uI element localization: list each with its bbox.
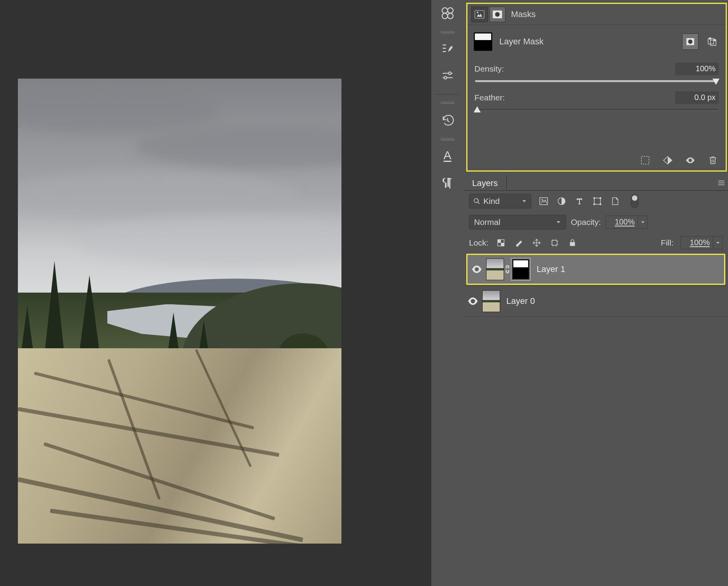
filter-kind-dropdown[interactable]: Kind — [469, 194, 531, 209]
opacity-label: Opacity: — [571, 218, 601, 227]
svg-rect-16 — [641, 156, 649, 164]
svg-point-30 — [476, 268, 478, 270]
invert-mask-icon[interactable] — [662, 154, 674, 166]
mask-link-icon[interactable] — [504, 258, 511, 280]
lock-label: Lock: — [469, 238, 488, 247]
svg-point-2 — [442, 13, 447, 19]
layer-mask-thumbnail[interactable] — [511, 258, 530, 281]
svg-rect-28 — [552, 240, 557, 246]
layer-name[interactable]: Layer 1 — [537, 264, 565, 274]
svg-point-1 — [448, 8, 453, 13]
document-image[interactable] — [18, 79, 341, 544]
svg-point-0 — [442, 8, 447, 13]
brush-settings-icon[interactable] — [437, 37, 458, 59]
filter-shape-icon[interactable] — [592, 196, 603, 207]
canvas-area[interactable] — [0, 0, 431, 586]
svg-rect-20 — [594, 198, 600, 204]
delete-mask-icon[interactable] — [707, 154, 719, 166]
layer-name[interactable]: Layer 0 — [506, 296, 535, 306]
svg-rect-15 — [714, 39, 716, 41]
svg-point-7 — [477, 12, 478, 13]
mask-visibility-icon[interactable] — [684, 154, 696, 166]
panel-grip[interactable] — [441, 138, 455, 140]
fill-field[interactable]: 100% — [681, 236, 723, 249]
svg-point-9 — [495, 12, 500, 17]
lock-transparency-icon[interactable] — [495, 237, 506, 248]
density-value[interactable]: 100% — [675, 63, 719, 75]
add-vector-mask-button[interactable] — [704, 33, 720, 50]
layers-panel: Layers Kind Normal Opacity: 10 — [464, 175, 728, 586]
feather-value[interactable]: 0.0 px — [675, 91, 719, 104]
layer-row-0[interactable]: Layer 0 — [464, 286, 728, 317]
opacity-field[interactable]: 100% — [606, 216, 648, 229]
masks-panel-footer — [467, 150, 726, 170]
paragraph-panel-icon[interactable] — [437, 172, 458, 193]
properties-masks-panel: Masks Layer Mask Density: 100% — [466, 3, 727, 172]
layer-mask-thumbnail[interactable] — [474, 32, 492, 51]
feather-slider[interactable] — [475, 106, 718, 114]
vector-mask-mode-button[interactable] — [489, 7, 506, 22]
svg-rect-6 — [475, 11, 484, 18]
layers-tab[interactable]: Layers — [464, 175, 507, 190]
lock-position-icon[interactable] — [531, 237, 542, 248]
svg-point-4 — [448, 72, 451, 75]
svg-rect-27 — [501, 243, 504, 246]
svg-point-18 — [541, 199, 542, 200]
filter-type-icon[interactable] — [574, 196, 585, 207]
filter-adjustment-icon[interactable] — [556, 196, 567, 207]
layer-thumbnail[interactable] — [486, 258, 504, 280]
blend-mode-dropdown[interactable]: Normal — [469, 215, 566, 230]
svg-point-3 — [448, 13, 453, 19]
filter-pixel-icon[interactable] — [538, 196, 549, 207]
svg-point-5 — [444, 76, 446, 79]
svg-rect-21 — [593, 197, 595, 199]
svg-rect-14 — [709, 38, 711, 39]
layer-mask-label: Layer Mask — [499, 37, 544, 47]
lock-fill-row: Lock: Fill: 100% — [464, 233, 728, 253]
svg-rect-22 — [600, 197, 601, 199]
layer-row-1[interactable]: Layer 1 — [466, 254, 725, 285]
adjustments-icon[interactable] — [437, 65, 458, 86]
filter-toggle[interactable] — [631, 194, 639, 208]
density-label: Density: — [474, 64, 675, 74]
masks-title: Masks — [511, 9, 536, 19]
filter-smartobject-icon[interactable] — [610, 196, 621, 207]
svg-point-11 — [688, 40, 693, 44]
feather-label: Feather: — [474, 93, 675, 102]
density-slider[interactable] — [475, 77, 718, 86]
panel-grip[interactable] — [441, 31, 455, 33]
character-panel-icon[interactable]: A — [437, 144, 458, 166]
lock-all-icon[interactable] — [567, 237, 578, 248]
add-pixel-mask-button[interactable] — [682, 33, 698, 50]
fill-label: Fill: — [661, 238, 674, 247]
mask-from-selection-icon[interactable] — [639, 154, 651, 166]
svg-rect-29 — [570, 242, 575, 246]
lock-pixels-icon[interactable] — [513, 237, 524, 248]
layers-tabbar: Layers — [464, 175, 728, 191]
layer-mask-row: Layer Mask — [467, 25, 726, 58]
layer-thumbnail[interactable] — [482, 290, 500, 312]
layer-list: Layer 1 Layer 0 — [464, 254, 728, 317]
panel-grip[interactable] — [441, 102, 455, 104]
svg-rect-23 — [593, 204, 595, 205]
visibility-toggle[interactable] — [467, 255, 486, 284]
visibility-toggle[interactable] — [464, 286, 482, 316]
history-icon[interactable] — [437, 109, 458, 131]
lock-artboard-icon[interactable] — [549, 237, 560, 248]
svg-rect-24 — [600, 204, 601, 205]
pixel-mask-mode-button[interactable] — [471, 7, 488, 22]
layer-filter-row: Kind — [464, 191, 728, 212]
svg-point-31 — [472, 300, 474, 302]
panel-menu-icon[interactable] — [715, 175, 728, 190]
collapsed-panel-strip: A — [431, 0, 464, 586]
panels-area: Masks Layer Mask Density: 100% — [464, 0, 728, 586]
svg-rect-26 — [498, 240, 501, 243]
swatches-icon[interactable] — [437, 2, 458, 24]
masks-header: Masks — [467, 4, 726, 25]
blend-opacity-row: Normal Opacity: 100% — [464, 212, 728, 233]
